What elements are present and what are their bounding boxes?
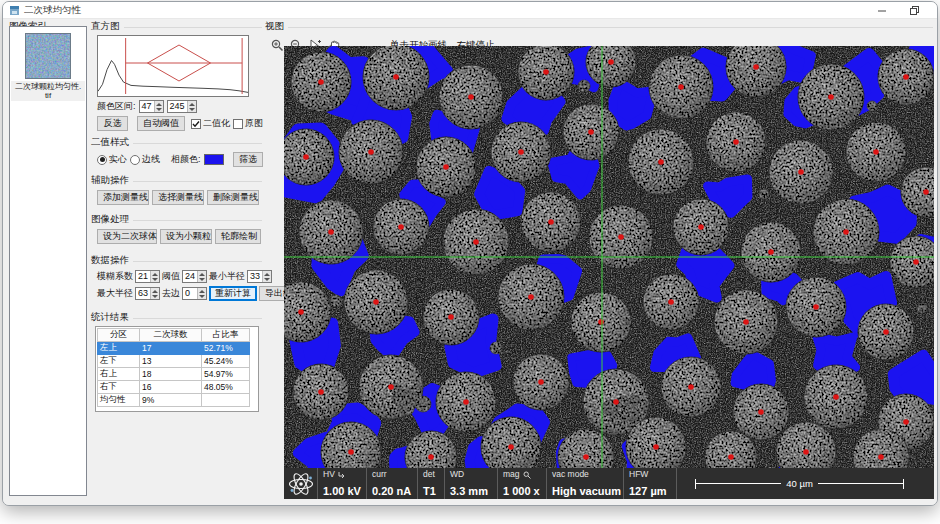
table-row[interactable]: 右下1648.05% <box>98 381 250 394</box>
filter-button[interactable]: 筛选 <box>233 152 263 167</box>
main-content: 图像索引 二次球颗粒均匀性.tif 直方图 颜色区间: <box>3 19 937 505</box>
blur-coef-label: 模糊系数 <box>97 270 133 283</box>
invert-button[interactable]: 反选 <box>97 116 128 131</box>
sem-image[interactable] <box>284 46 934 468</box>
scale-bar-label: 40 µm <box>786 479 813 489</box>
set-secondary-sphere-button[interactable]: 设为二次球体 <box>97 229 157 244</box>
edge-remove-label: 去边 <box>162 287 180 300</box>
image-list-item[interactable]: 二次球颗粒均匀性.tif <box>10 27 86 101</box>
phase-color-swatch[interactable] <box>204 154 224 165</box>
threshold-high-spinner[interactable]: 245 <box>167 100 197 113</box>
edge-remove-spinner[interactable]: 0 <box>182 287 207 300</box>
databar-wd: WD 3.3 mm <box>444 468 497 499</box>
table-row[interactable]: 左下1345.24% <box>98 355 250 368</box>
binarize-checkbox[interactable]: 二值化 <box>191 117 230 130</box>
image-index-panel: 图像索引 二次球颗粒均匀性.tif <box>9 20 87 496</box>
phase-color-label: 相颜色: <box>171 153 201 166</box>
spinner-arrows[interactable] <box>154 101 163 112</box>
databar-det: det T1 <box>417 468 444 499</box>
set-small-particle-button[interactable]: 设为小颗粒 <box>160 229 212 244</box>
delete-measure-line-button[interactable]: 删除测量线 <box>207 190 259 205</box>
max-radius-spinner[interactable]: 63 <box>135 287 160 300</box>
add-measure-line-button[interactable]: 添加测量线 <box>97 190 149 205</box>
spinner-arrows[interactable] <box>197 288 206 299</box>
controls-panel: 直方图 颜色区间: 47 245 反选 自动阈值 二值化 原图 二值样式 实心 … <box>91 20 263 412</box>
table-row[interactable]: 右上1854.97% <box>98 368 250 381</box>
aux-ops-label: 辅助操作 <box>91 174 263 187</box>
select-measure-line-button[interactable]: 选择测量线 <box>152 190 204 205</box>
recalculate-button[interactable]: 重新计算 <box>209 286 257 301</box>
title-bar[interactable]: 二次球均匀性 <box>3 2 937 19</box>
spinner-arrows[interactable] <box>262 271 271 282</box>
microscope-databar: HV 1.00 kV curr 0.20 nA det T1 WD 3.3 mm… <box>284 468 934 499</box>
view-label: 视图 <box>265 20 934 33</box>
threshold-label: 阈值 <box>162 270 180 283</box>
sem-image-viewport[interactable]: HV 1.00 kV curr 0.20 nA det T1 WD 3.3 mm… <box>284 46 934 499</box>
table-row[interactable]: 均匀性9% <box>98 394 250 407</box>
databar-curr: curr 0.20 nA <box>366 468 417 499</box>
table-row[interactable]: 左上1752.71% <box>98 342 250 355</box>
image-thumbnail[interactable] <box>25 33 71 79</box>
threshold-low-spinner[interactable]: 47 <box>139 100 164 113</box>
spinner-arrows[interactable] <box>150 271 159 282</box>
image-list[interactable]: 二次球颗粒均匀性.tif <box>9 26 87 496</box>
microscope-logo-icon <box>284 468 317 499</box>
auto-threshold-button[interactable]: 自动阈值 <box>137 116 185 131</box>
databar-hv: HV 1.00 kV <box>317 468 366 499</box>
image-proc-label: 图像处理 <box>91 213 263 226</box>
app-window: 二次球均匀性 图像索引 二次球颗粒均匀性.tif <box>2 1 938 506</box>
blur-coef-spinner[interactable]: 21 <box>135 270 160 283</box>
databar-vac-mode: vac mode High vacuum <box>546 468 623 499</box>
contour-draw-button[interactable]: 轮廓绘制 <box>215 229 261 244</box>
window-title: 二次球均匀性 <box>24 4 81 17</box>
color-range-label: 颜色区间: <box>97 100 136 113</box>
spinner-arrows[interactable] <box>187 101 196 112</box>
min-radius-label: 最小半径 <box>209 270 245 283</box>
spinner-arrows[interactable] <box>150 288 159 299</box>
solid-radio[interactable]: 实心 <box>97 153 127 166</box>
stats-table: 分区 二次球数 占比率 左上1752.71% 左下1345.24% 右上1854… <box>95 326 259 412</box>
edge-radio[interactable]: 边线 <box>130 153 160 166</box>
data-ops-label: 数据操作 <box>91 254 263 267</box>
histogram-widget[interactable] <box>97 35 249 97</box>
max-radius-label: 最大半径 <box>97 287 133 300</box>
databar-hfw: HFW 127 µm <box>623 468 676 499</box>
minimize-button[interactable] <box>873 3 891 17</box>
table-header-row: 分区 二次球数 占比率 <box>98 329 250 342</box>
threshold-spinner[interactable]: 24 <box>182 270 207 283</box>
databar-mag: mag 1 000 x <box>497 468 546 499</box>
histogram-section-label: 直方图 <box>91 20 263 33</box>
stats-label: 统计结果 <box>91 311 263 324</box>
hv-icon <box>338 471 345 478</box>
scale-bar: 40 µm <box>676 468 934 499</box>
zoom-in-icon[interactable] <box>270 38 285 53</box>
binary-style-label: 二值样式 <box>91 136 263 149</box>
spinner-arrows[interactable] <box>197 271 206 282</box>
original-image-checkbox[interactable]: 原图 <box>233 117 263 130</box>
image-filename: 二次球颗粒均匀性.tif <box>11 81 85 101</box>
restore-button[interactable] <box>905 3 923 17</box>
app-icon <box>9 5 20 16</box>
mag-icon <box>523 471 531 479</box>
min-radius-spinner[interactable]: 33 <box>247 270 272 283</box>
